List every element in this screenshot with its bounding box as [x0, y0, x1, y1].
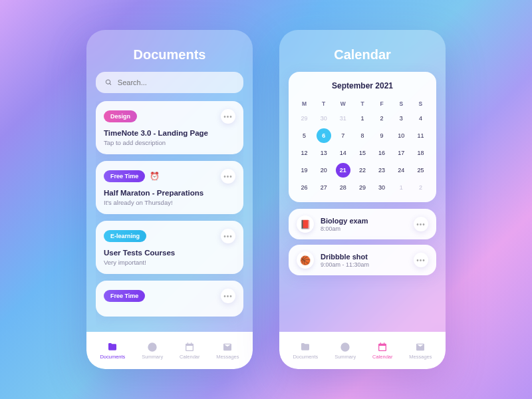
calendar-day[interactable]: 22 [355, 163, 370, 178]
event-card[interactable]: 🏀 Dribbble shot 9:00am - 11:30am ••• [289, 245, 436, 275]
day-of-week: W [334, 98, 352, 109]
page-title: Calendar [289, 47, 436, 63]
calendar-card: September 2021 MTWTFSS293031123456789101… [289, 72, 436, 202]
calendar-day[interactable]: 2 [413, 180, 428, 195]
tab-label: Messages [216, 354, 239, 360]
tab-documents[interactable]: Documents [100, 342, 125, 360]
calendar-day[interactable]: 20 [317, 163, 331, 178]
clock-icon: ⏰ [149, 171, 160, 182]
calendar-day[interactable]: 5 [297, 128, 312, 143]
calendar-day[interactable]: 18 [413, 146, 428, 160]
tab-summary[interactable]: Summary [142, 342, 163, 360]
card-title: User Tests Courses [104, 249, 235, 257]
calendar-icon [377, 342, 388, 352]
month-label: September 2021 [295, 81, 430, 90]
calendar-day[interactable]: 14 [336, 146, 350, 160]
calendar-day[interactable]: 29 [297, 111, 312, 126]
event-title: Dribbble shot [321, 253, 407, 261]
calendar-icon [184, 342, 195, 352]
day-of-week: S [392, 98, 410, 109]
calendar-day[interactable]: 28 [336, 180, 350, 195]
event-time: 8:00am [321, 225, 407, 232]
calendar-day[interactable]: 2 [374, 111, 389, 126]
more-button[interactable]: ••• [221, 169, 235, 184]
event-title: Biology exam [321, 217, 407, 225]
calendar-day[interactable]: 13 [317, 146, 331, 160]
calendar-day[interactable]: 4 [413, 111, 428, 126]
calendar-day[interactable]: 7 [336, 128, 350, 143]
calendar-day[interactable]: 19 [297, 163, 312, 178]
mail-icon [222, 342, 233, 352]
card-desc: Very important! [104, 259, 235, 266]
event-card[interactable]: 📕 Biology exam 8:00am ••• [289, 209, 436, 239]
pie-chart-icon [340, 342, 350, 352]
more-button[interactable]: ••• [221, 289, 235, 303]
tab-label: Summary [334, 354, 356, 360]
page-title: Documents [96, 47, 243, 63]
basketball-icon: 🏀 [297, 251, 314, 269]
card-desc: Tap to add description [104, 139, 235, 146]
calendar-day[interactable]: 16 [374, 146, 389, 160]
document-card[interactable]: Design ••• TimeNote 3.0 - Landing Page T… [96, 101, 243, 154]
event-time: 9:00am - 11:30am [321, 261, 407, 268]
search-field[interactable] [118, 78, 234, 86]
calendar-day[interactable]: 29 [355, 180, 370, 195]
calendar-day[interactable]: 9 [374, 128, 389, 143]
tab-label: Calendar [180, 354, 200, 360]
calendar-day[interactable]: 23 [374, 163, 389, 178]
calendar-day[interactable]: 26 [297, 180, 312, 195]
tab-summary[interactable]: Summary [334, 342, 356, 360]
tab-label: Messages [409, 354, 432, 360]
day-of-week: T [315, 98, 332, 109]
card-title: Half Maraton - Preparations [104, 189, 235, 197]
day-of-week: F [373, 98, 391, 109]
document-card[interactable]: Free Time ••• [96, 281, 243, 317]
tab-label: Calendar [372, 354, 392, 360]
calendar-day[interactable]: 30 [317, 111, 331, 126]
calendar-day[interactable]: 31 [336, 111, 350, 126]
tag-badge: E-learning [104, 230, 146, 242]
tab-calendar[interactable]: Calendar [372, 342, 392, 360]
calendar-day[interactable]: 24 [394, 163, 408, 178]
document-card[interactable]: Free Time ⏰ ••• Half Maraton - Preparati… [96, 161, 243, 214]
day-of-week: S [412, 98, 430, 109]
calendar-day[interactable]: 10 [394, 128, 408, 143]
calendar-day[interactable]: 8 [355, 128, 370, 143]
tab-messages[interactable]: Messages [409, 342, 432, 360]
calendar-day[interactable]: 11 [413, 128, 428, 143]
calendar-day[interactable]: 17 [394, 146, 408, 160]
calendar-screen: Calendar September 2021 MTWTFSS293031123… [279, 30, 446, 369]
search-input[interactable] [96, 72, 243, 93]
document-card[interactable]: E-learning ••• User Tests Courses Very i… [96, 221, 243, 274]
calendar-day[interactable]: 15 [355, 146, 370, 160]
calendar-day[interactable]: 27 [317, 180, 331, 195]
mail-icon [415, 342, 426, 352]
folder-icon [300, 342, 311, 352]
documents-screen: Documents Design ••• TimeNote 3.0 - Land… [86, 30, 253, 369]
more-button[interactable]: ••• [414, 253, 428, 267]
card-desc: It's already on Thursday! [104, 199, 235, 206]
tab-label: Summary [142, 354, 163, 360]
tag-badge: Free Time [104, 170, 145, 182]
calendar-day[interactable]: 3 [394, 111, 408, 126]
day-of-week: M [295, 98, 313, 109]
folder-icon [107, 342, 118, 352]
calendar-day[interactable]: 12 [297, 146, 312, 160]
calendar-day[interactable]: 1 [355, 111, 370, 126]
book-icon: 📕 [297, 215, 314, 233]
more-button[interactable]: ••• [221, 109, 235, 124]
calendar-day[interactable]: 21 [336, 163, 350, 178]
tab-messages[interactable]: Messages [216, 342, 239, 360]
tab-documents[interactable]: Documents [293, 342, 318, 360]
tab-bar: Documents Summary Calendar Messages [279, 332, 446, 369]
calendar-day[interactable]: 6 [317, 128, 331, 143]
tab-bar: Documents Summary Calendar Messages [86, 332, 253, 369]
calendar-day[interactable]: 25 [413, 163, 428, 178]
more-button[interactable]: ••• [221, 229, 235, 243]
day-of-week: T [353, 98, 371, 109]
calendar-day[interactable]: 30 [374, 180, 389, 195]
tab-calendar[interactable]: Calendar [180, 342, 200, 360]
tag-badge: Free Time [104, 290, 145, 302]
calendar-day[interactable]: 1 [394, 180, 408, 195]
more-button[interactable]: ••• [414, 217, 428, 231]
